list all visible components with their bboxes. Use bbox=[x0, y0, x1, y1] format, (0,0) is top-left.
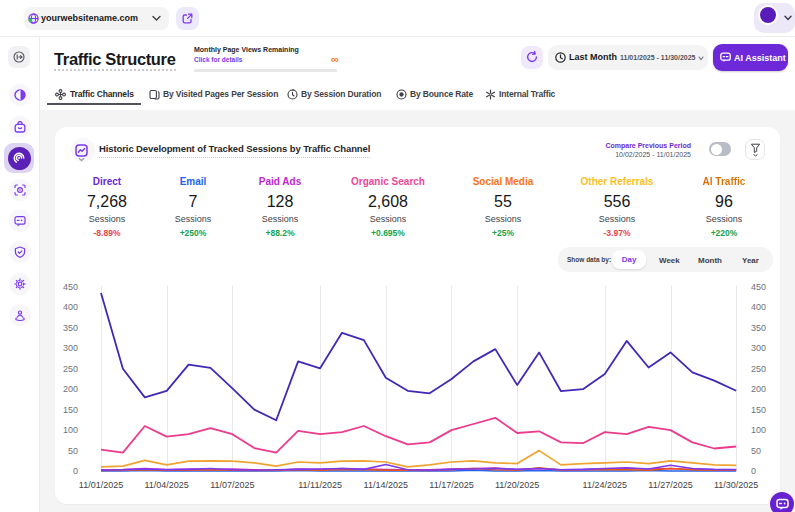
svg-text:350: 350 bbox=[63, 323, 78, 333]
svg-text:11/07/2025: 11/07/2025 bbox=[210, 480, 254, 490]
svg-text:11/30/2025: 11/30/2025 bbox=[714, 480, 758, 490]
svg-text:250: 250 bbox=[751, 364, 766, 374]
svg-text:300: 300 bbox=[63, 343, 78, 353]
svg-text:400: 400 bbox=[751, 302, 766, 312]
svg-text:11/27/2025: 11/27/2025 bbox=[648, 480, 692, 490]
svg-text:0: 0 bbox=[751, 466, 756, 476]
svg-text:0: 0 bbox=[73, 466, 78, 476]
svg-text:50: 50 bbox=[751, 446, 761, 456]
svg-text:11/01/2025: 11/01/2025 bbox=[79, 480, 123, 490]
svg-text:11/24/2025: 11/24/2025 bbox=[583, 480, 627, 490]
svg-text:200: 200 bbox=[751, 384, 766, 394]
svg-text:50: 50 bbox=[68, 446, 78, 456]
svg-text:100: 100 bbox=[63, 425, 78, 435]
svg-text:300: 300 bbox=[751, 343, 766, 353]
svg-text:150: 150 bbox=[63, 405, 78, 415]
svg-text:250: 250 bbox=[63, 364, 78, 374]
svg-text:450: 450 bbox=[63, 282, 78, 292]
svg-text:11/14/2025: 11/14/2025 bbox=[364, 480, 408, 490]
svg-text:200: 200 bbox=[63, 384, 78, 394]
svg-text:11/11/2025: 11/11/2025 bbox=[298, 480, 342, 490]
svg-text:11/20/2025: 11/20/2025 bbox=[495, 480, 539, 490]
svg-text:450: 450 bbox=[751, 282, 766, 292]
svg-text:350: 350 bbox=[751, 323, 766, 333]
svg-text:400: 400 bbox=[63, 302, 78, 312]
svg-text:11/17/2025: 11/17/2025 bbox=[429, 480, 473, 490]
svg-text:11/04/2025: 11/04/2025 bbox=[145, 480, 189, 490]
svg-text:150: 150 bbox=[751, 405, 766, 415]
svg-text:100: 100 bbox=[751, 425, 766, 435]
